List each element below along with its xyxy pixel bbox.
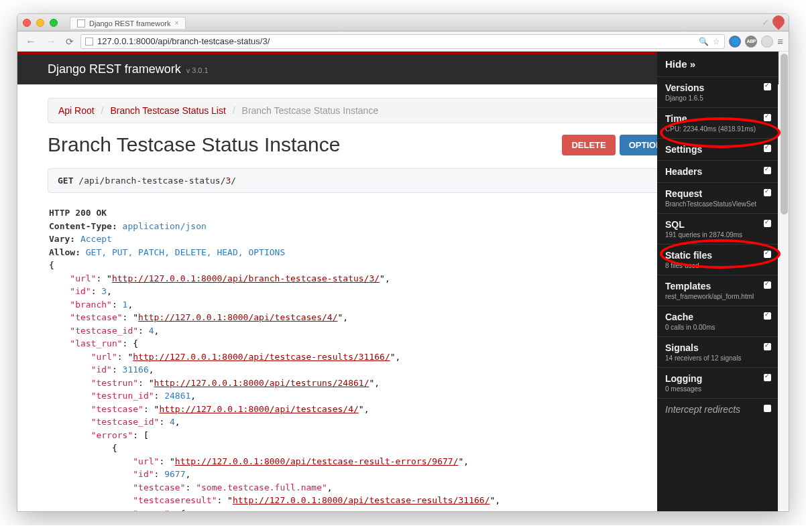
debug-panel-checkbox[interactable]	[764, 189, 771, 196]
debug-panel-settings[interactable]: Settings	[657, 138, 778, 160]
debug-panel-versions[interactable]: VersionsDjango 1.6.5	[657, 76, 778, 107]
drf-version: v 3.0.1	[186, 66, 209, 74]
debug-panel-title: Signals	[665, 342, 770, 353]
debug-panel-checkbox[interactable]	[764, 312, 771, 320]
vertical-scrollbar[interactable]	[779, 52, 789, 511]
debug-panel-subtitle: 8 files used	[665, 262, 770, 269]
search-icon[interactable]: 🔍	[699, 37, 709, 46]
mac-maximize-button[interactable]	[50, 19, 58, 27]
debug-panel-subtitle: 0 messages	[665, 385, 770, 393]
debug-panel-title: Versions	[665, 82, 770, 93]
debug-hide-button[interactable]: Hide »	[657, 52, 778, 76]
debug-panel-checkbox[interactable]	[764, 145, 771, 152]
breadcrumb-sep: /	[101, 105, 104, 116]
debug-panel-checkbox[interactable]	[764, 83, 771, 90]
extension-globe-icon[interactable]: 🌐	[729, 36, 741, 48]
django-debug-toolbar: Hide » VersionsDjango 1.6.5TimeCPU: 2234…	[657, 52, 778, 511]
debug-panel-title: SQL	[665, 219, 770, 230]
extension-abp-icon[interactable]: ABP	[745, 36, 757, 48]
response-headers: HTTP 200 OK Content-Type: application/js…	[49, 206, 717, 259]
forward-button[interactable]: →	[43, 36, 59, 48]
debug-panel-title: Templates	[665, 281, 770, 291]
debug-panel-subtitle: 191 queries in 2874.09ms	[665, 231, 770, 239]
debug-panel-headers[interactable]: Headers	[657, 160, 778, 182]
breadcrumb-list[interactable]: Branch Testcase Status List	[110, 105, 226, 116]
debug-panel-subtitle: BranchTestcaseStatusViewSet	[665, 200, 770, 208]
breadcrumb-api-root[interactable]: Api Root	[58, 105, 95, 116]
browser-tab[interactable]: Django REST framework ×	[70, 17, 186, 29]
address-bar[interactable]: 127.0.0.1:8000/api/branch-testcase-statu…	[80, 34, 725, 49]
debug-panel-checkbox[interactable]	[764, 374, 771, 381]
response-json: { "url": "http://127.0.0.1:8000/api/bran…	[49, 259, 717, 511]
debug-panel-subtitle: 0 calls in 0.00ms	[665, 324, 770, 331]
debug-panel-static-files[interactable]: Static files8 files used	[657, 244, 778, 275]
debug-panel-checkbox[interactable]	[764, 251, 771, 258]
debug-panel-checkbox[interactable]	[764, 281, 771, 289]
browser-menu-button[interactable]: ≡	[777, 36, 783, 47]
breadcrumb: Api Root / Branch Testcase Status List /…	[48, 98, 718, 123]
scrollbar-thumb[interactable]	[781, 54, 788, 214]
debug-panel-subtitle: CPU: 2234.40ms (4818.91ms)	[665, 125, 770, 133]
debug-panel-subtitle: rest_framework/api_form.html	[665, 293, 770, 300]
debug-panel-checkbox[interactable]	[764, 343, 771, 350]
debug-panel-title: Settings	[665, 144, 770, 155]
debug-panel-title: Headers	[665, 166, 770, 177]
request-line: GET /api/branch-testcase-status/3/	[48, 168, 718, 193]
request-path-suffix: /	[231, 176, 236, 186]
debug-panel-title: Logging	[665, 373, 770, 384]
debug-panel-subtitle: 14 receivers of 12 signals	[665, 354, 770, 362]
debug-panel-checkbox[interactable]	[764, 405, 771, 412]
debug-panel-sql[interactable]: SQL191 queries in 2874.09ms	[657, 213, 778, 244]
site-icon	[85, 38, 93, 46]
tab-close-icon[interactable]: ×	[174, 19, 178, 27]
debug-panel-intercept-redirects[interactable]: Intercept redirects	[657, 398, 778, 420]
mac-titlebar: Django REST framework × ⤢	[17, 14, 789, 31]
page-title: Branch Testcase Status Instance	[48, 133, 340, 156]
debug-panel-title: Time	[665, 113, 770, 124]
extension-gray-icon[interactable]	[761, 36, 773, 48]
breadcrumb-sep: /	[233, 105, 235, 116]
debug-panel-request[interactable]: RequestBranchTestcaseStatusViewSet	[657, 182, 778, 213]
reload-button[interactable]: ⟳	[63, 36, 76, 47]
delete-button[interactable]: DELETE	[562, 135, 615, 155]
debug-panel-subtitle: Django 1.6.5	[665, 94, 770, 102]
debug-panel-title: Static files	[665, 250, 770, 261]
breadcrumb-current: Branch Testcase Status Instance	[242, 105, 379, 116]
expand-window-icon[interactable]: ⤢	[762, 18, 768, 27]
mac-close-button[interactable]	[23, 19, 31, 27]
debug-panel-signals[interactable]: Signals14 receivers of 12 signals	[657, 336, 778, 367]
drf-brand[interactable]: Django REST framework	[48, 62, 181, 76]
tab-favicon	[77, 19, 85, 27]
mac-minimize-button[interactable]	[36, 19, 44, 27]
debug-panel-templates[interactable]: Templatesrest_framework/api_form.html	[657, 275, 778, 306]
debug-panel-title: Intercept redirects	[665, 404, 770, 415]
debug-panel-checkbox[interactable]	[764, 114, 771, 121]
tab-title: Django REST framework	[89, 19, 170, 27]
debug-panel-title: Request	[665, 188, 770, 199]
debug-panel-time[interactable]: TimeCPU: 2234.40ms (4818.91ms)	[657, 107, 778, 138]
request-path-prefix: /api/branch-testcase-status/	[73, 176, 225, 186]
debug-panel-title: Cache	[665, 312, 770, 322]
response-body: HTTP 200 OK Content-Type: application/js…	[48, 202, 718, 511]
back-button[interactable]: ←	[23, 36, 39, 48]
request-method: GET	[58, 176, 73, 186]
debug-panel-checkbox[interactable]	[764, 167, 771, 174]
debug-panel-logging[interactable]: Logging0 messages	[657, 367, 778, 398]
browser-toolbar: ← → ⟳ 127.0.0.1:8000/api/branch-testcase…	[17, 31, 789, 52]
pin-extension-icon[interactable]	[770, 13, 787, 30]
star-icon[interactable]: ☆	[713, 37, 720, 46]
mac-window: Django REST framework × ⤢ ← → ⟳ 127.0.0.…	[17, 13, 789, 512]
url-text: 127.0.0.1:8000/api/branch-testcase-statu…	[97, 36, 270, 46]
debug-panel-cache[interactable]: Cache0 calls in 0.00ms	[657, 306, 778, 336]
debug-panel-checkbox[interactable]	[764, 220, 771, 227]
